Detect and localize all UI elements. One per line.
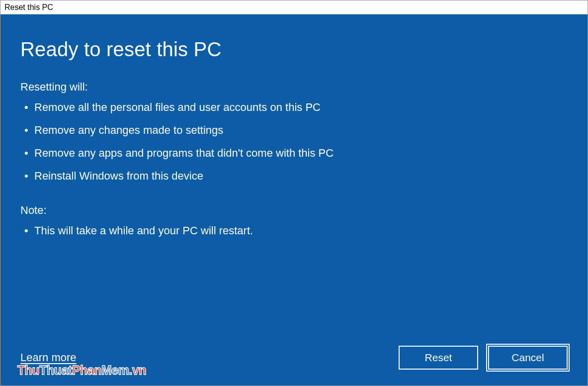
page-title: Ready to reset this PC [20, 38, 568, 61]
dialog-footer: Learn more Reset Cancel [20, 346, 568, 372]
list-item: Remove any apps and programs that didn't… [22, 145, 568, 161]
dialog-content: Ready to reset this PC Resetting will: R… [0, 14, 588, 386]
list-item: Remove all the personal files and user a… [22, 99, 568, 115]
list-item: This will take a while and your PC will … [22, 223, 568, 239]
list-item: Remove any changes made to settings [22, 122, 568, 138]
note-label: Note: [20, 204, 568, 217]
cancel-button[interactable]: Cancel [488, 346, 568, 370]
note-list: This will take a while and your PC will … [20, 223, 568, 246]
learn-more-link[interactable]: Learn more [20, 351, 77, 364]
window-title: Reset this PC [4, 3, 53, 12]
window-titlebar: Reset this PC [0, 0, 588, 14]
resetting-will-label: Resetting will: [20, 81, 568, 94]
actions-list: Remove all the personal files and user a… [20, 99, 568, 191]
reset-button[interactable]: Reset [399, 346, 478, 370]
button-row: Reset Cancel [399, 346, 568, 370]
list-item: Reinstall Windows from this device [22, 168, 568, 184]
